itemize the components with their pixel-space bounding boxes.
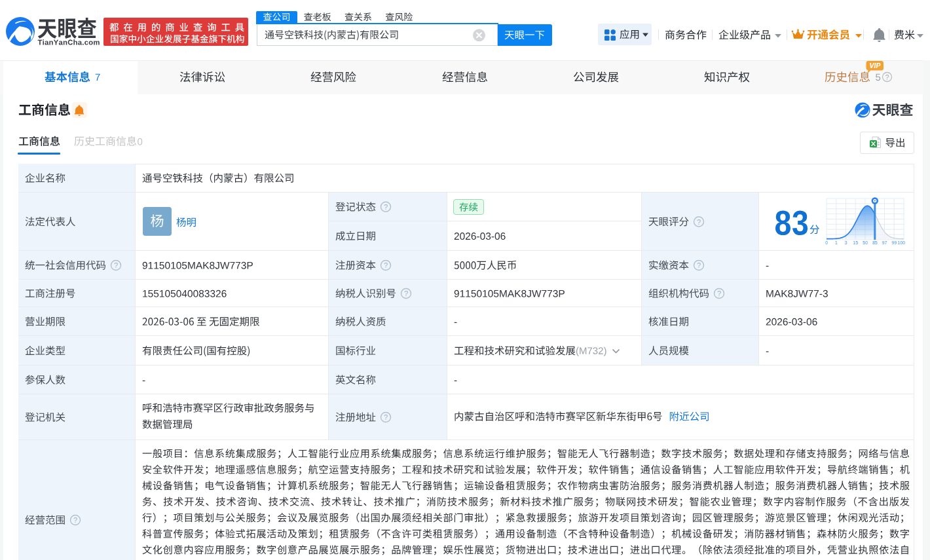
svg-text:3: 3 bbox=[845, 240, 847, 245]
svg-text:97: 97 bbox=[882, 240, 887, 245]
svg-text:0: 0 bbox=[825, 240, 828, 245]
svg-text:?: ? bbox=[717, 289, 721, 297]
svg-text:?: ? bbox=[384, 261, 388, 269]
svg-text:?: ? bbox=[114, 261, 118, 269]
svg-text:?: ? bbox=[404, 289, 408, 297]
svg-text:15: 15 bbox=[853, 240, 858, 245]
svg-text:?: ? bbox=[384, 203, 388, 211]
svg-text:?: ? bbox=[697, 218, 701, 226]
svg-text:?: ? bbox=[384, 413, 388, 421]
svg-text:85: 85 bbox=[872, 240, 878, 245]
svg-text:?: ? bbox=[73, 516, 77, 524]
svg-text:1: 1 bbox=[835, 240, 838, 245]
svg-text:VIP: VIP bbox=[870, 62, 882, 69]
svg-text:50: 50 bbox=[863, 240, 868, 245]
svg-text:?: ? bbox=[697, 261, 701, 269]
svg-text:99: 99 bbox=[891, 240, 897, 245]
svg-text:?: ? bbox=[885, 73, 889, 81]
svg-text:100: 100 bbox=[897, 240, 905, 245]
